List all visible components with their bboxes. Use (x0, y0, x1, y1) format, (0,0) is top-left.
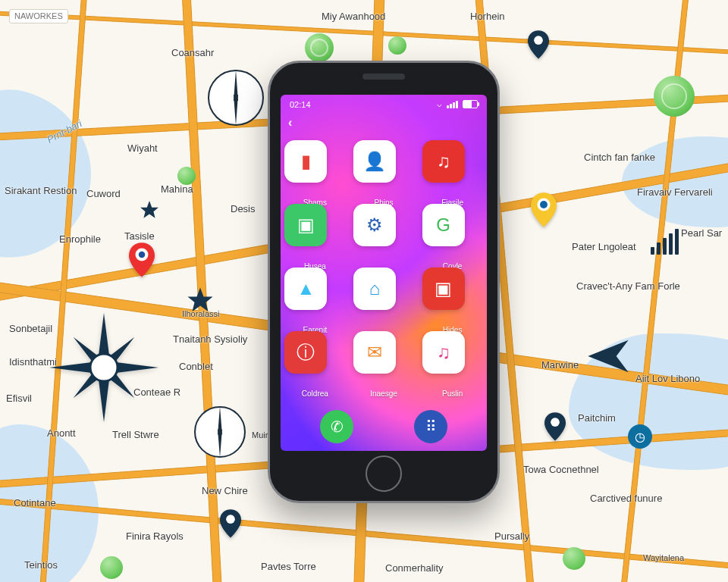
river-west (0, 74, 110, 276)
map-label: Towa Cocnethnel (523, 464, 599, 475)
airplane-icon (584, 332, 632, 383)
poi-blue[interactable]: ◷ (628, 424, 652, 449)
map-pin-red[interactable] (129, 242, 155, 277)
app-label: Coldrea (281, 390, 349, 398)
app-label: Puslin (419, 390, 487, 398)
poi-green[interactable] (563, 547, 585, 570)
app-grid: ▮Shams👤Phins♫Fiasile▣Husea⚙GCoyle▲Eareni… (281, 140, 487, 386)
map-label: Cuword (86, 188, 121, 199)
wifi-icon: ⌵ (437, 99, 442, 109)
poi-green[interactable] (654, 76, 695, 117)
back-button[interactable]: ‹ (288, 116, 292, 130)
bar-chart-icon (651, 229, 679, 255)
map-label: Tnaitanh Sysioliy (173, 333, 247, 345)
dock-apps[interactable]: ⠿ (414, 410, 447, 443)
map-label: Cotintane (14, 497, 56, 508)
map-label: Pursally (494, 530, 529, 542)
map-label: Horhein (470, 11, 505, 22)
phone-screen[interactable]: 02:14 ⌵ ‹ ▮Shams👤Phins♫Fiasile▣Husea⚙GCo… (281, 95, 487, 451)
map-label: New Chire (202, 485, 248, 496)
poi-green[interactable] (305, 33, 334, 62)
map-pin-yellow[interactable] (531, 192, 557, 227)
app-icon[interactable]: ♫ (422, 140, 465, 183)
map-label: Tasisle (124, 230, 155, 242)
svg-point-11 (551, 418, 560, 427)
map-label: Pavtes Torre (261, 561, 316, 572)
map-label: Teintios (24, 559, 58, 571)
map-label: Conmerhality (385, 562, 444, 574)
svg-point-4 (90, 354, 118, 381)
map-label: Enrophile (59, 233, 101, 245)
map-label: Coansahr (171, 47, 214, 58)
app-icon[interactable]: ✉ (353, 331, 396, 374)
svg-marker-6 (188, 288, 213, 312)
svg-marker-5 (140, 201, 158, 218)
app-icon[interactable]: ▣ (422, 268, 465, 310)
map-pin-navy[interactable] (528, 30, 549, 59)
map-label: Efisvil (6, 393, 32, 404)
map-label: Trell Stwre (112, 429, 159, 440)
status-time: 02:14 (290, 100, 311, 109)
map-pin-navy[interactable] (544, 412, 566, 441)
map-label: Conteae R (133, 386, 180, 398)
map-label: Ilhoralassi (182, 309, 220, 318)
poi-green[interactable] (388, 36, 406, 55)
map-label: Conblet (179, 361, 213, 372)
map-label: Sirakant Restion (5, 185, 77, 196)
svg-point-12 (226, 515, 235, 524)
app-icon[interactable]: ⚙ (353, 204, 396, 246)
app-icon[interactable]: ⓘ (284, 331, 327, 374)
dock: ✆ ⠿ (290, 410, 478, 443)
map-label: Anontt (47, 427, 76, 439)
app-icon[interactable]: ▲ (284, 268, 327, 310)
app-icon[interactable]: G (422, 204, 465, 246)
app-icon[interactable]: ⌂ (353, 268, 396, 310)
poi-green[interactable] (177, 167, 196, 185)
compass-rose-icon (47, 311, 161, 427)
map-label: Wayitalena (643, 553, 684, 562)
star-icon (140, 200, 159, 220)
compass-icon (208, 70, 264, 126)
home-button[interactable] (366, 455, 402, 492)
map-label: Cintch fan fanke (584, 152, 655, 163)
map-label: Cravec't-Any Fam Forle (576, 280, 680, 292)
map-label: Wiyaht (127, 142, 158, 154)
map-pin-navy[interactable] (220, 509, 241, 538)
map-label: Mahina (161, 183, 193, 195)
phone-mockup: 02:14 ⌵ ‹ ▮Shams👤Phins♫Fiasile▣Husea⚙GCo… (268, 61, 500, 503)
dock-phone[interactable]: ✆ (320, 410, 353, 443)
app-icon[interactable]: ♫ (422, 331, 465, 374)
map-label: Sonbetajil (9, 323, 52, 334)
map-label: Desis (231, 203, 256, 214)
signal-icon (447, 101, 458, 108)
map-label: Aiit Lov Libono (635, 373, 700, 384)
battery-icon (463, 100, 478, 108)
poi-green[interactable] (100, 556, 123, 579)
map-label: Paitchim (578, 412, 616, 424)
svg-point-13 (534, 36, 543, 45)
app-icon[interactable]: ▮ (284, 140, 327, 183)
svg-point-8 (139, 252, 146, 258)
map-label: Pearl Sar (681, 227, 722, 239)
map-label: Firavaiv Fervareli (637, 186, 713, 198)
app-label: Inaesge (350, 390, 418, 398)
map-label: Idisnthatmi (9, 356, 57, 368)
map-label: Marwine (541, 359, 579, 371)
map-label: Pater Lngoleat (572, 241, 636, 252)
map-label: Miy Awanhood (322, 11, 385, 22)
map-label: Carctived funure (590, 493, 662, 504)
app-icon[interactable]: ▣ (284, 204, 327, 246)
svg-point-10 (540, 201, 548, 208)
map-label: Finira Rayols (126, 530, 184, 542)
compass-icon (194, 406, 246, 458)
status-bar: 02:14 ⌵ (281, 95, 487, 114)
map-attribution: NAWORKES (9, 9, 68, 23)
app-icon[interactable]: 👤 (353, 140, 396, 183)
